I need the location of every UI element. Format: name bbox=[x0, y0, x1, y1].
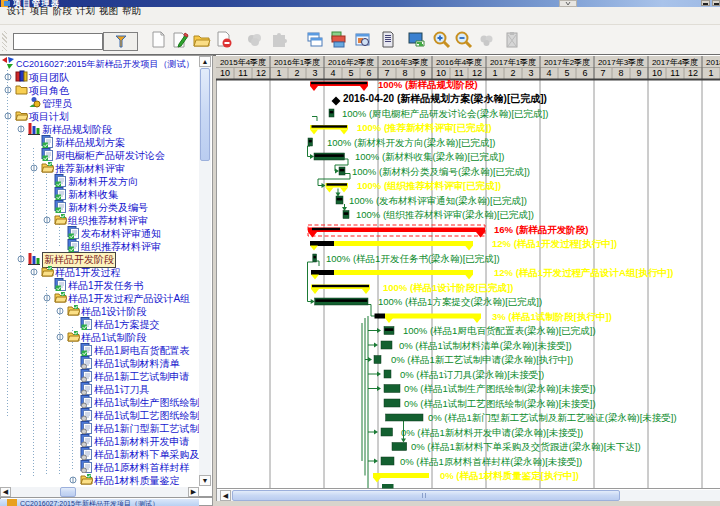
svg-text:12% (样品1开发过程产品设计A组[执行中]): 12% (样品1开发过程产品设计A组[执行中]) bbox=[494, 267, 673, 278]
svg-text:3% (样品1试制阶段[执行中]): 3% (样品1试制阶段[执行中]) bbox=[492, 311, 612, 322]
svg-text:2016年3季度: 2016年3季度 bbox=[382, 58, 428, 67]
svg-text:7: 7 bbox=[600, 68, 605, 78]
svg-text:2015年4季度: 2015年4季度 bbox=[220, 58, 266, 67]
svg-text:12: 12 bbox=[256, 68, 266, 78]
svg-text:5: 5 bbox=[348, 68, 353, 78]
svg-text:1: 1 bbox=[708, 68, 713, 78]
svg-text:2016年1季度: 2016年1季度 bbox=[274, 58, 320, 67]
svg-text:12: 12 bbox=[472, 68, 482, 78]
svg-text:2016年4季度: 2016年4季度 bbox=[436, 58, 482, 67]
svg-text:2017年1季度: 2017年1季度 bbox=[490, 58, 536, 67]
svg-text:6: 6 bbox=[582, 68, 587, 78]
svg-text:9: 9 bbox=[636, 68, 641, 78]
svg-text:0% (样品1新工艺试制申请(梁永翰)[执行中]): 0% (样品1新工艺试制申请(梁永翰)[执行中]) bbox=[391, 354, 573, 365]
svg-text:100% (新材料分类及编号(梁永翰)[已完成]): 100% (新材料分类及编号(梁永翰)[已完成]) bbox=[352, 166, 530, 177]
svg-text:11: 11 bbox=[454, 68, 463, 78]
svg-text:4: 4 bbox=[330, 68, 335, 78]
svg-text:3: 3 bbox=[312, 68, 317, 78]
svg-text:100% (新材料收集(梁永翰)[已完成]): 100% (新材料收集(梁永翰)[已完成]) bbox=[355, 151, 504, 162]
svg-text:0% (样品1新门型新工艺试制及新工艺验证(梁永翰)[未接受: 0% (样品1新门型新工艺试制及新工艺验证(梁永翰)[未接受]) bbox=[428, 412, 677, 423]
svg-text:100% (组织推荐材料评审(梁永翰)[已完成]): 100% (组织推荐材料评审(梁永翰)[已完成]) bbox=[356, 209, 534, 220]
svg-text:2016年2季度: 2016年2季度 bbox=[328, 58, 374, 67]
svg-text:100% (新样品规划阶段): 100% (新样品规划阶段) bbox=[378, 79, 478, 90]
svg-text:0% (样品1新材料下单采购及交货跟进(梁永翰)[未下达]): 0% (样品1新材料下单采购及交货跟进(梁永翰)[未下达]) bbox=[411, 441, 641, 452]
svg-text:5: 5 bbox=[564, 68, 569, 78]
svg-text:11: 11 bbox=[670, 68, 679, 78]
svg-text:2017年3季度: 2017年3季度 bbox=[598, 58, 644, 67]
svg-text:12: 12 bbox=[688, 68, 698, 78]
svg-text:100% (厨电橱柜产品研发讨论会(梁永翰)[已完成]): 100% (厨电橱柜产品研发讨论会(梁永翰)[已完成]) bbox=[342, 108, 548, 119]
svg-text:0% (样品1原材料首样封样(梁永翰)[未接受]): 0% (样品1原材料首样封样(梁永翰)[未接受]) bbox=[400, 456, 582, 467]
svg-text:2: 2 bbox=[510, 68, 515, 78]
svg-text:8: 8 bbox=[402, 68, 407, 78]
svg-text:9: 9 bbox=[420, 68, 425, 78]
svg-text:16% (新样品开发阶段): 16% (新样品开发阶段) bbox=[494, 224, 588, 235]
svg-text:12% (样品1开发过程[执行中]): 12% (样品1开发过程[执行中]) bbox=[492, 238, 617, 249]
svg-text:10: 10 bbox=[220, 68, 230, 78]
svg-text:1: 1 bbox=[492, 68, 497, 78]
svg-text:4: 4 bbox=[546, 68, 551, 78]
svg-text:100% (样品1开发任务书(梁永翰)[已完成]): 100% (样品1开发任务书(梁永翰)[已完成]) bbox=[326, 253, 500, 264]
svg-text:0% (样品1试制材料清单(梁永翰)[未接受]): 0% (样品1试制材料清单(梁永翰)[未接受]) bbox=[399, 340, 572, 351]
svg-text:100% (发布材料评审通知(梁永翰)[已完成]): 100% (发布材料评审通知(梁永翰)[已完成]) bbox=[349, 195, 527, 206]
svg-text:100% (样品1方案提交(梁永翰)[已完成]): 100% (样品1方案提交(梁永翰)[已完成]) bbox=[378, 296, 542, 307]
svg-text:2: 2 bbox=[294, 68, 299, 78]
svg-text:0% (样品1试制工艺图纸绘制(梁永翰)[未接受]): 0% (样品1试制工艺图纸绘制(梁永翰)[未接受]) bbox=[404, 398, 596, 409]
svg-text:6: 6 bbox=[366, 68, 371, 78]
svg-text:100% (新材料开发方向(梁永翰)[已完成]): 100% (新材料开发方向(梁永翰)[已完成]) bbox=[327, 137, 495, 148]
svg-text:0% (样品1新材料开发申请(梁永翰)[未接受]): 0% (样品1新材料开发申请(梁永翰)[未接受]) bbox=[401, 427, 583, 438]
svg-text:1: 1 bbox=[276, 68, 281, 78]
svg-text:7: 7 bbox=[384, 68, 389, 78]
svg-text:0% (样品1试制生产图纸绘制(梁永翰)[未接受]): 0% (样品1试制生产图纸绘制(梁永翰)[未接受]) bbox=[404, 383, 596, 394]
svg-text:2016-04-20 (新样品规划方案(梁永翰)[已完成]): 2016-04-20 (新样品规划方案(梁永翰)[已完成]) bbox=[343, 93, 547, 104]
svg-text:2017年4季度: 2017年4季度 bbox=[652, 58, 698, 67]
svg-text:100% (推荐新材料评审[已完成]): 100% (推荐新材料评审[已完成]) bbox=[357, 122, 492, 133]
svg-text:10: 10 bbox=[652, 68, 662, 78]
svg-text:100% (组织推荐材料评审[已完成]): 100% (组织推荐材料评审[已完成]) bbox=[357, 180, 501, 191]
svg-text:100% (样品1厨电百货配置表(梁永翰)[已完成]): 100% (样品1厨电百货配置表(梁永翰)[已完成]) bbox=[403, 325, 596, 336]
svg-text:8: 8 bbox=[618, 68, 623, 78]
svg-text:0% (样品1材料质量鉴定[执行中]): 0% (样品1材料质量鉴定[执行中]) bbox=[440, 470, 579, 481]
svg-text:2017年2季度: 2017年2季度 bbox=[544, 58, 590, 67]
svg-text:0% (样品1订刀具(梁永翰)[未接受]): 0% (样品1订刀具(梁永翰)[未接受]) bbox=[400, 369, 544, 380]
svg-text:11: 11 bbox=[238, 68, 247, 78]
svg-text:10: 10 bbox=[436, 68, 446, 78]
svg-text:3: 3 bbox=[528, 68, 533, 78]
svg-text:2018年1季度: 2018年1季度 bbox=[706, 58, 720, 67]
svg-text:100% (样品1设计阶段[已完成]): 100% (样品1设计阶段[已完成]) bbox=[383, 282, 513, 293]
